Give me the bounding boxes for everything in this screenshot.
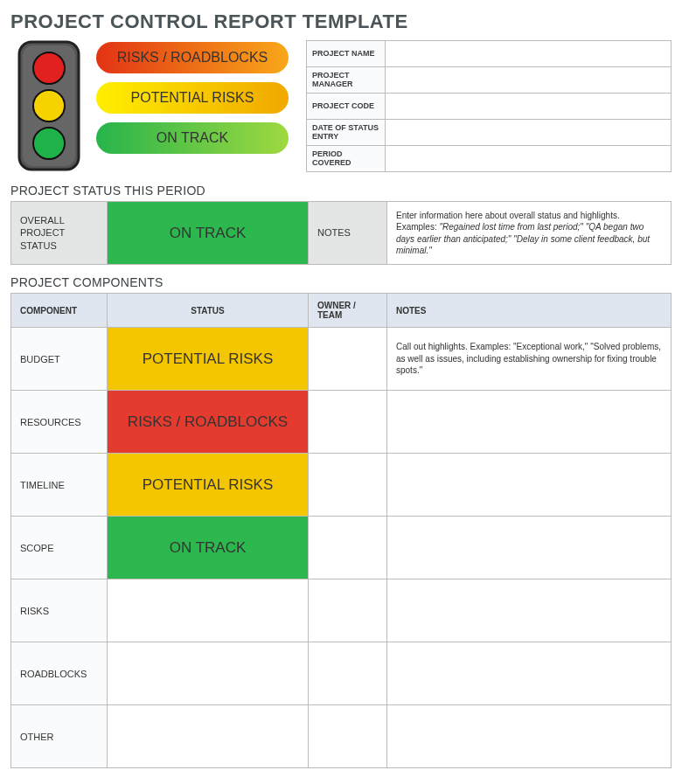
owner-cell[interactable] (309, 328, 387, 391)
status-section-heading: PROJECT STATUS THIS PERIOD (10, 184, 672, 198)
meta-label: PERIOD COVERED (307, 146, 386, 172)
svg-point-3 (33, 90, 65, 121)
component-label: TIMELINE (11, 454, 108, 517)
table-row: OTHER (11, 705, 672, 768)
notes-cell[interactable] (387, 642, 672, 705)
status-badge: RISKS / ROADBLOCKS (108, 391, 308, 453)
legend-pills: RISKS / ROADBLOCKS POTENTIAL RISKS ON TR… (96, 40, 289, 154)
svg-point-4 (33, 128, 65, 159)
col-status: STATUS (108, 294, 309, 328)
component-status-cell[interactable] (108, 579, 309, 642)
meta-value[interactable] (386, 67, 672, 94)
notes-label: NOTES (309, 202, 387, 265)
meta-label: PROJECT CODE (307, 94, 386, 120)
components-table: COMPONENT STATUS OWNER / TEAM NOTES BUDG… (10, 293, 672, 768)
component-status-cell[interactable] (108, 705, 309, 768)
meta-label: PROJECT NAME (307, 41, 386, 67)
components-section-heading: PROJECT COMPONENTS (10, 275, 672, 289)
meta-value[interactable] (386, 146, 672, 172)
component-status-cell[interactable]: POTENTIAL RISKS (108, 454, 309, 517)
owner-cell[interactable] (309, 391, 387, 454)
project-meta-table: PROJECT NAMEPROJECT MANAGERPROJECT CODED… (306, 40, 672, 172)
component-label: OTHER (11, 705, 108, 768)
page-title: PROJECT CONTROL REPORT TEMPLATE (10, 10, 672, 33)
status-badge: POTENTIAL RISKS (108, 328, 308, 390)
top-row: RISKS / ROADBLOCKS POTENTIAL RISKS ON TR… (10, 40, 672, 173)
component-status-cell[interactable]: POTENTIAL RISKS (108, 328, 309, 391)
status-badge: POTENTIAL RISKS (108, 454, 308, 516)
meta-label: PROJECT MANAGER (307, 67, 386, 94)
component-label: RESOURCES (11, 391, 108, 454)
table-row: RISKS (11, 579, 672, 642)
owner-cell[interactable] (309, 517, 387, 579)
legend-column: RISKS / ROADBLOCKS POTENTIAL RISKS ON TR… (10, 40, 289, 173)
table-row: SCOPEON TRACK (11, 517, 672, 579)
col-component: COMPONENT (11, 294, 108, 328)
legend-pill-potential: POTENTIAL RISKS (96, 82, 289, 114)
component-status-cell[interactable] (108, 642, 309, 705)
traffic-light-icon (10, 40, 87, 173)
owner-cell[interactable] (309, 454, 387, 517)
component-status-cell[interactable]: ON TRACK (108, 517, 309, 579)
notes-cell[interactable] (387, 579, 672, 642)
component-label: RISKS (11, 579, 108, 642)
status-table: OVERALL PROJECT STATUS ON TRACK NOTES En… (10, 201, 672, 265)
notes-cell[interactable]: Call out highlights. Examples: "Exceptio… (387, 328, 672, 391)
overall-status-cell[interactable]: ON TRACK (108, 202, 309, 265)
svg-point-2 (33, 52, 65, 84)
table-row: RESOURCESRISKS / ROADBLOCKS (11, 391, 672, 454)
meta-value[interactable] (386, 41, 672, 67)
overall-notes-cell[interactable]: Enter information here about overall sta… (387, 202, 672, 265)
status-badge: ON TRACK (108, 517, 308, 579)
notes-cell[interactable] (387, 391, 672, 454)
table-row: ROADBLOCKS (11, 642, 672, 705)
component-label: SCOPE (11, 517, 108, 579)
owner-cell[interactable] (309, 705, 387, 768)
table-row: BUDGETPOTENTIAL RISKSCall out highlights… (11, 328, 672, 391)
component-status-cell[interactable]: RISKS / ROADBLOCKS (108, 391, 309, 454)
notes-cell[interactable] (387, 454, 672, 517)
meta-label: DATE OF STATUS ENTRY (307, 120, 386, 146)
overall-status-badge: ON TRACK (108, 202, 308, 264)
notes-cell[interactable] (387, 517, 672, 579)
owner-cell[interactable] (309, 642, 387, 705)
legend-pill-ontrack: ON TRACK (96, 122, 289, 154)
meta-value[interactable] (386, 94, 672, 120)
owner-cell[interactable] (309, 579, 387, 642)
overall-status-label: OVERALL PROJECT STATUS (11, 202, 108, 265)
col-notes: NOTES (387, 294, 672, 328)
table-row: TIMELINEPOTENTIAL RISKS (11, 454, 672, 517)
notes-cell[interactable] (387, 705, 672, 768)
legend-pill-risks: RISKS / ROADBLOCKS (96, 42, 289, 73)
col-owner: OWNER / TEAM (309, 294, 387, 328)
component-label: ROADBLOCKS (11, 642, 108, 705)
component-label: BUDGET (11, 328, 108, 391)
meta-value[interactable] (386, 120, 672, 146)
